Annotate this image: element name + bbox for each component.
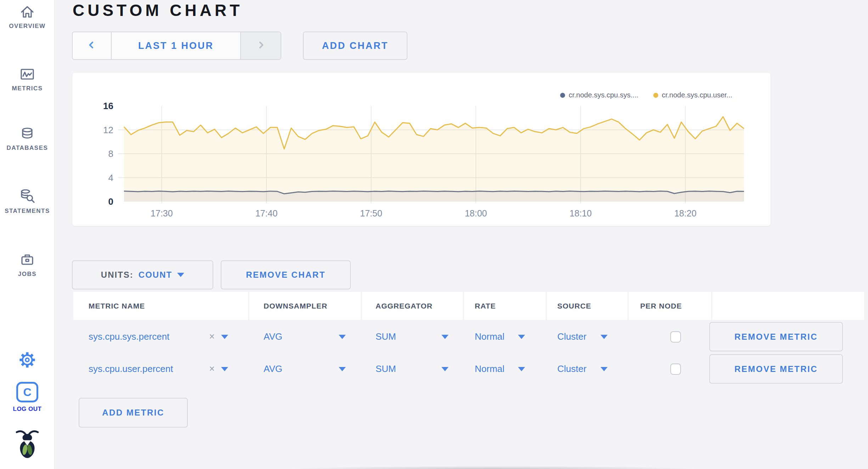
chevron-down-icon[interactable] <box>339 367 346 371</box>
chevron-down-icon[interactable] <box>441 335 449 339</box>
cockroach-bug-logo-icon <box>0 429 55 460</box>
sidebar-item-label: DATABASES <box>7 145 48 152</box>
source-dropdown[interactable]: Cluster <box>557 363 586 374</box>
sidebar-item-label: OVERVIEW <box>9 23 45 30</box>
add-metric-button[interactable]: ADD METRIC <box>79 398 188 428</box>
chevron-down-icon[interactable] <box>601 335 608 339</box>
cockroach-c-logo-icon: C <box>16 382 38 402</box>
rate-dropdown[interactable]: Normal <box>475 331 505 342</box>
y-axis-tick-label: 4 <box>108 173 113 183</box>
sidebar-item-label: METRICS <box>12 85 43 92</box>
chevron-left-icon <box>87 40 96 51</box>
chevron-down-icon <box>177 273 184 277</box>
remove-chart-button[interactable]: REMOVE CHART <box>221 260 351 289</box>
logout-label: LOG OUT <box>13 406 42 413</box>
units-dropdown[interactable]: UNITS: COUNT <box>72 260 213 289</box>
per-node-checkbox[interactable] <box>670 363 681 375</box>
rate-dropdown[interactable]: Normal <box>475 363 505 374</box>
column-header-actions <box>712 292 864 320</box>
time-range-next-button[interactable] <box>240 32 281 59</box>
column-header-downsampler: DOWNSAMPLER <box>249 292 361 320</box>
jobs-icon <box>19 252 35 267</box>
legend-label: cr.node.sys.cpu.user... <box>662 91 732 99</box>
legend-dot-sys-icon <box>560 93 565 98</box>
source-dropdown[interactable]: Cluster <box>557 331 586 342</box>
home-icon <box>19 4 35 19</box>
aggregator-dropdown[interactable]: SUM <box>376 331 396 342</box>
settings-button[interactable] <box>0 351 55 371</box>
time-range-label[interactable]: LAST 1 HOUR <box>112 32 240 59</box>
clear-metric-icon[interactable]: × <box>209 331 215 342</box>
chevron-down-icon[interactable] <box>339 335 346 339</box>
legend-dot-user-icon <box>653 93 658 98</box>
sidebar-item-jobs[interactable]: JOBS <box>0 252 55 278</box>
chevron-down-icon[interactable] <box>518 367 525 371</box>
metrics-icon <box>19 67 35 81</box>
series-area-sys <box>124 191 744 202</box>
units-value: COUNT <box>139 270 172 280</box>
logout-button[interactable]: C LOG OUT <box>0 382 55 413</box>
sidebar-item-databases[interactable]: DATABASES <box>0 127 55 152</box>
y-axis-tick-label: 8 <box>108 148 113 159</box>
table-row: sys.cpu.user.percent × AVG SUM Normal Cl… <box>73 354 864 384</box>
sidebar-item-label: JOBS <box>18 271 36 278</box>
chevron-down-icon[interactable] <box>441 367 449 371</box>
column-header-aggregator: AGGREGATOR <box>362 292 463 320</box>
add-chart-button[interactable]: ADD CHART <box>303 32 407 60</box>
metric-name-dropdown[interactable]: sys.cpu.sys.percent <box>89 331 169 342</box>
page-title: CUSTOM CHART <box>73 1 243 20</box>
column-header-per-node: PER NODE <box>629 292 711 320</box>
y-axis-tick-label: 16 <box>103 101 113 111</box>
legend-item-user[interactable]: cr.node.sys.cpu.user... <box>653 91 732 99</box>
sidebar-item-metrics[interactable]: METRICS <box>0 67 55 92</box>
aggregator-dropdown[interactable]: SUM <box>376 363 396 374</box>
remove-metric-button[interactable]: REMOVE METRIC <box>709 322 843 351</box>
bottom-edge-shadow <box>227 465 758 469</box>
chevron-down-icon[interactable] <box>221 335 228 339</box>
y-axis-tick-label: 12 <box>103 125 113 135</box>
x-axis-tick-label: 18:10 <box>570 208 592 218</box>
chevron-down-icon[interactable] <box>221 367 228 371</box>
column-header-rate: RATE <box>464 292 546 320</box>
sidebar-item-overview[interactable]: OVERVIEW <box>0 4 55 30</box>
x-axis-tick-label: 18:20 <box>674 208 697 218</box>
sidebar-item-label: STATEMENTS <box>5 208 50 215</box>
sidebar: OVERVIEW METRICS DATABASES <box>0 0 55 469</box>
x-axis-tick-label: 17:50 <box>360 208 382 218</box>
metric-name-dropdown[interactable]: sys.cpu.user.percent <box>89 363 173 374</box>
x-axis-tick-label: 17:30 <box>151 208 173 218</box>
column-header-source: SOURCE <box>547 292 627 320</box>
column-header-metric-name: METRIC NAME <box>73 292 248 320</box>
legend-label: cr.node.sys.cpu.sys.... <box>569 91 638 99</box>
chart-legend: cr.node.sys.cpu.sys.... cr.node.sys.cpu.… <box>560 91 732 99</box>
per-node-checkbox[interactable] <box>670 331 681 343</box>
chart-card: 17:3017:4017:5018:0018:1018:200481216 cr… <box>72 73 771 226</box>
gear-icon <box>18 351 36 371</box>
chevron-right-icon <box>256 40 265 51</box>
clear-metric-icon[interactable]: × <box>209 363 215 374</box>
legend-item-sys[interactable]: cr.node.sys.cpu.sys.... <box>560 91 638 99</box>
x-axis-tick-label: 17:40 <box>255 208 278 218</box>
units-label: UNITS: <box>101 270 134 280</box>
time-range-selector: LAST 1 HOUR <box>72 32 281 60</box>
table-row: sys.cpu.sys.percent × AVG SUM Normal Clu… <box>73 322 864 351</box>
y-axis-tick-label: 0 <box>108 196 113 207</box>
remove-metric-button[interactable]: REMOVE METRIC <box>709 354 843 384</box>
chevron-down-icon[interactable] <box>601 367 608 371</box>
x-axis-tick-label: 18:00 <box>465 208 487 218</box>
chevron-down-icon[interactable] <box>518 335 525 339</box>
metrics-table-header: METRIC NAME DOWNSAMPLER AGGREGATOR RATE … <box>73 292 864 320</box>
time-range-prev-button[interactable] <box>73 32 112 59</box>
downsampler-dropdown[interactable]: AVG <box>264 363 282 374</box>
downsampler-dropdown[interactable]: AVG <box>264 331 282 342</box>
sidebar-item-statements[interactable]: STATEMENTS <box>0 188 55 215</box>
statements-icon <box>19 188 35 204</box>
databases-icon <box>19 127 35 141</box>
